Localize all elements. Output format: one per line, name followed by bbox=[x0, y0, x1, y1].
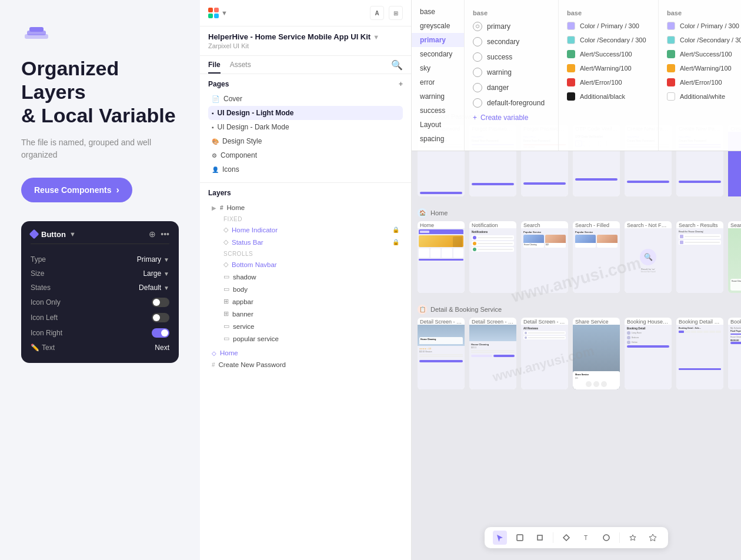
frame-booking-house[interactable]: Booking House Clean... Booking Detail Li… bbox=[625, 318, 672, 389]
page-icon-component: ⚙ bbox=[212, 152, 217, 159]
var-warning[interactable]: warning bbox=[412, 89, 464, 104]
var-col-1: base greyscale primary secondary sky err… bbox=[412, 0, 465, 151]
frame-icon: # bbox=[220, 205, 223, 211]
component-action-more[interactable]: ••• bbox=[161, 229, 169, 239]
tab-file[interactable]: File bbox=[208, 56, 221, 74]
rect-icon-2: ▭ bbox=[223, 285, 229, 293]
var-col-3: base Color / Primary / 300 Color /Second… bbox=[559, 0, 659, 151]
text-tool[interactable]: T bbox=[579, 531, 593, 545]
arrow-icon: › bbox=[116, 185, 119, 195]
reuse-components-button[interactable]: Reuse Components › bbox=[21, 178, 132, 202]
pen-tool[interactable] bbox=[559, 531, 573, 545]
var-secondary[interactable]: secondary bbox=[412, 47, 464, 61]
var-prop-warning[interactable]: warning bbox=[465, 65, 558, 80]
pages-label: Pages bbox=[208, 80, 229, 88]
icon-only-toggle[interactable] bbox=[152, 298, 169, 307]
star-tool[interactable] bbox=[626, 531, 640, 545]
page-ui-dark[interactable]: ▪ UI Design - Dark Mode bbox=[208, 120, 403, 134]
var-success[interactable]: success bbox=[412, 104, 464, 118]
var-layout[interactable]: Layout bbox=[412, 118, 464, 132]
states-row: States Default ▼ bbox=[31, 281, 169, 295]
tab-search-icon[interactable]: 🔍 bbox=[391, 59, 403, 71]
var-primary[interactable]: primary bbox=[412, 33, 464, 47]
frame-search-map[interactable]: Search Map -... House Cleaning bbox=[728, 221, 741, 293]
icon-left-toggle[interactable] bbox=[152, 313, 169, 322]
project-sub-label: Zarpixel UI Kit bbox=[208, 42, 403, 49]
row3-label: 📋 Detail & Booking Service bbox=[418, 305, 741, 314]
page-active-dot: ▪ bbox=[212, 110, 214, 116]
var-greyscale[interactable]: greyscale bbox=[412, 19, 464, 33]
layers-section: Layers ▶ # Home FIXED ◇ Home Indicator 🔒… bbox=[200, 183, 411, 560]
row2-icon: 🏠 bbox=[418, 208, 427, 218]
frame-sm-icon-2: ⊞ bbox=[223, 310, 229, 318]
page-ui-light[interactable]: ▪ UI Design - Light Mode bbox=[208, 106, 403, 120]
var-prop-success[interactable]: success bbox=[465, 49, 558, 65]
layer-status-bar[interactable]: ◇ Status Bar 🔒 bbox=[220, 236, 403, 248]
var-sky[interactable]: sky bbox=[412, 61, 464, 75]
layer-shadow[interactable]: ▭ shadow bbox=[220, 271, 403, 283]
var-col3-secondary: Color /Secondary / 300 bbox=[559, 33, 658, 47]
layer-body[interactable]: ▭ body bbox=[220, 283, 403, 295]
page-component[interactable]: ⚙ Component bbox=[208, 148, 403, 162]
frame-sm-icon: ⊞ bbox=[223, 298, 229, 305]
frame-share-service[interactable]: Share Service Share Service $25 bbox=[573, 318, 620, 389]
frame-home[interactable]: Home bbox=[418, 221, 465, 293]
plugin-tool[interactable] bbox=[646, 531, 660, 545]
diamond-layer-icon-3: ◇ bbox=[223, 261, 228, 268]
frame-detail-all-reviews[interactable]: Detail Screen - All Re... All Reviews bbox=[521, 318, 568, 389]
frame-booking-date[interactable]: Booking Date... My Schedule Final Paymen… bbox=[728, 318, 741, 389]
rect-tool[interactable] bbox=[533, 531, 547, 545]
canvas-bottom-toolbar: T bbox=[485, 527, 668, 548]
page-icons[interactable]: 👤 Icons bbox=[208, 162, 403, 176]
ellipse-tool[interactable] bbox=[599, 531, 613, 545]
row2-label: 🏠 Home bbox=[418, 208, 741, 218]
tab-assets[interactable]: Assets bbox=[230, 56, 251, 74]
var-prop-danger[interactable]: danger bbox=[465, 80, 558, 95]
var-prop-default-fg[interactable]: default-foreground bbox=[465, 95, 558, 111]
component-action-arrange[interactable]: ⊕ bbox=[149, 229, 156, 239]
text-row: ✏️ Text Next bbox=[31, 341, 169, 355]
layer-service[interactable]: ▭ service bbox=[220, 320, 403, 332]
layer-appbar[interactable]: ⊞ appbar bbox=[220, 295, 403, 308]
layer-home-indicator[interactable]: ◇ Home Indicator 🔒 bbox=[220, 224, 403, 236]
layer-scrolls-label: SCROLLS bbox=[220, 248, 403, 258]
frame-search-results[interactable]: Search - Results Result for 'House Clean… bbox=[676, 221, 723, 293]
component-panel: Button ▼ ⊕ ••• Type Primary ▼ Size Large… bbox=[21, 221, 179, 363]
var-prop-primary[interactable]: ⬡ primary bbox=[465, 19, 558, 34]
var-col2-title: base bbox=[465, 5, 558, 19]
frame-search-not-found[interactable]: Search - Not Found 🔍 Result for 'xx' Ser… bbox=[625, 221, 672, 293]
project-name-label: HelperHive - Home Service Mobile App UI … bbox=[208, 32, 370, 41]
var-create-btn[interactable]: + Create variable bbox=[465, 111, 558, 125]
var-spacing[interactable]: spacing bbox=[412, 132, 464, 146]
frame-detail-full[interactable]: Detail Screen - FULL House Cleaning ★★★★… bbox=[418, 318, 465, 389]
var-error[interactable]: error bbox=[412, 75, 464, 89]
page-icon-icons: 👤 bbox=[212, 166, 219, 173]
frame-search-filled[interactable]: Search - Filled Popular Service bbox=[573, 221, 620, 293]
layer-bottom-navbar[interactable]: ◇ Bottom Navbar bbox=[220, 258, 403, 271]
layer-popular-service[interactable]: ▭ popular service bbox=[220, 332, 403, 345]
layout-tool-btn[interactable]: ⊞ bbox=[389, 6, 403, 20]
add-page-icon[interactable]: + bbox=[399, 80, 403, 88]
frame-detail-short[interactable]: Detail Screen - SHORT House Cleaning $22… bbox=[469, 318, 516, 389]
var-prop-secondary[interactable]: secondary bbox=[465, 34, 558, 49]
frame-notification[interactable]: Notification Notifications bbox=[469, 221, 516, 293]
left-panel: Organized Layers & Local Variable The fi… bbox=[0, 0, 200, 560]
page-cover[interactable]: 📄 Cover bbox=[208, 92, 403, 106]
icon-right-toggle[interactable] bbox=[152, 328, 169, 338]
detail-booking-row: 📋 Detail & Booking Service Detail Screen… bbox=[418, 305, 741, 389]
text-tool-btn[interactable]: A bbox=[370, 6, 384, 20]
svg-rect-3 bbox=[517, 535, 523, 541]
frame-search[interactable]: Search Popular Service House Cleaning bbox=[521, 221, 568, 293]
frame-booking-detail[interactable]: Booking Detail - Selec... Booking Detail… bbox=[676, 318, 723, 389]
cursor-tool[interactable] bbox=[493, 531, 507, 545]
rect-icon: ▭ bbox=[223, 273, 229, 281]
layer-home-bottom[interactable]: ◇ Home bbox=[208, 347, 403, 359]
frame-tool[interactable] bbox=[513, 531, 527, 545]
rect-icon-4: ▭ bbox=[223, 335, 229, 342]
var-base[interactable]: base bbox=[412, 5, 464, 19]
layer-banner[interactable]: ⊞ banner bbox=[220, 308, 403, 320]
layer-home[interactable]: ▶ # Home bbox=[208, 202, 403, 214]
page-design-style[interactable]: 🎨 Design Style bbox=[208, 134, 403, 148]
page-icon: 📄 bbox=[212, 95, 220, 103]
layer-create-password[interactable]: # Create New Password bbox=[208, 359, 403, 371]
